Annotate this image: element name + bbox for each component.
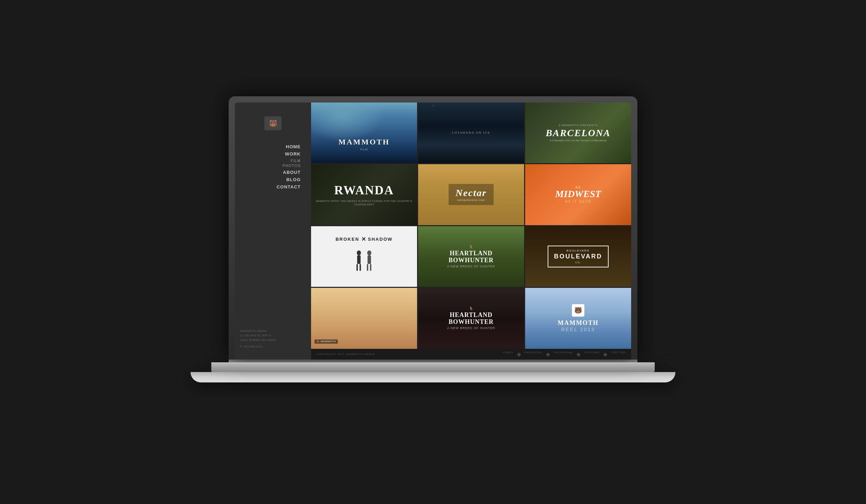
laptop-screen-outer: 🐻 HOME WORK FILM PHOTOS ABOUT BLOG CONTA… [229, 96, 637, 360]
bear-icon2: 🐻 [574, 307, 582, 314]
rwanda-sub: MAMMOTH SPENT TWO WEEKS IN AFRICA FILMIN… [315, 200, 414, 206]
svg-rect-6 [367, 264, 368, 271]
svg-rect-3 [360, 264, 361, 271]
portfolio-grid: MAMMOTH FILM LOTAWANA ON ICE A MAMMOTH [311, 103, 631, 349]
silhouette [336, 248, 393, 277]
nav-menu: HOME WORK FILM PHOTOS ABOUT BLOG CONTACT [235, 144, 311, 324]
nav-sub-group: FILM PHOTOS [283, 159, 301, 168]
laptop-hinge [229, 360, 637, 362]
social-sep2: ◆ [546, 351, 550, 357]
lotawana-title: LOTAWANA ON ICE [452, 131, 490, 134]
nectar-sub: nectarbreeze.com [456, 198, 487, 202]
rwanda-title: RWANDA [315, 183, 414, 197]
shadow-title: SHADOW [368, 237, 392, 242]
logo-box[interactable]: 🐻 [264, 116, 282, 130]
mammoth-reel-title: MAMMOTH [558, 319, 599, 327]
grid-item-mammoth-mountain[interactable]: MAMMOTH FILM [311, 103, 417, 163]
boulevard-title: BOULEVARD [554, 253, 602, 260]
grid-item-barcelona[interactable]: A MAMMOTH PRESENTS BARCELONA A Cinematic… [525, 103, 631, 163]
laptop-screen-bezel: 🐻 HOME WORK FILM PHOTOS ABOUT BLOG CONTA… [235, 103, 631, 360]
social-sep3: ◆ [576, 351, 581, 357]
website: 🐻 HOME WORK FILM PHOTOS ABOUT BLOG CONTA… [235, 103, 631, 360]
svg-rect-5 [368, 255, 371, 264]
social-instagram[interactable]: INSTAGRAM [554, 351, 573, 357]
svg-rect-7 [370, 264, 371, 271]
grid-item-mammoth-reel[interactable]: 🐻 MAMMOTH REEL 2013 [525, 288, 631, 349]
deer-icon: 🦌 [447, 245, 495, 249]
grid-item-lotawana[interactable]: LOTAWANA ON ICE [418, 103, 524, 163]
footer-copyright: COPYRIGHT 2017 MAMMOTH MEDIA [317, 353, 374, 356]
nav-film[interactable]: FILM [291, 159, 301, 163]
camera-dot [432, 105, 434, 107]
broken-shadow-icon: ✕ [361, 236, 366, 242]
grid-item-boulevard1[interactable]: BOULEVARD BOULEVARD CO. [525, 226, 631, 287]
mammoth-mountain-sub: FILM [338, 148, 390, 151]
grid-item-broken-shadow[interactable]: BROKEN ✕ SHADOW [311, 226, 417, 287]
svg-point-4 [367, 250, 371, 255]
grid-item-nectar[interactable]: Nectar nectarbreeze.com [418, 164, 524, 225]
grid-item-heartland1[interactable]: 🦌 HEARTLANDBOWHUNTER A NEW BREED OF HUNT… [418, 226, 524, 287]
boulevard-co: CO. [554, 261, 602, 264]
mammoth-reel-logo: 🐻 [572, 304, 584, 317]
main-content: MAMMOTH FILM LOTAWANA ON ICE A MAMMOTH [311, 103, 631, 360]
midwest-sub: AS IT GETS [555, 200, 601, 203]
barcelona-sub: A Cinematic Film for the Tourism of Barc… [546, 139, 611, 142]
company-phone: P: 816.600.4132 [240, 345, 306, 349]
broken-shadow-title: BROKEN [336, 237, 359, 242]
mammoth-reel-year: REEL 2013 [558, 327, 599, 332]
grid-item-heartland2[interactable]: 🦌 HEARTLANDBOWHUNTER A NEW BREED OF HUNT… [418, 288, 524, 349]
logo-area: 🐻 [235, 109, 311, 144]
svg-rect-1 [357, 255, 361, 264]
boulevard-pre: BOULEVARD [554, 249, 602, 252]
bear-icon: 🐻 [269, 119, 277, 127]
sidebar: 🐻 HOME WORK FILM PHOTOS ABOUT BLOG CONTA… [235, 103, 311, 360]
mammoth-mountain-title: MAMMOTH [338, 138, 390, 147]
company-city: LEES SUMMIT MO 64063 [240, 338, 306, 343]
svg-point-0 [357, 250, 361, 255]
social-sep1: ◆ [517, 351, 521, 357]
company-name: MAMMOTH MEDIA [240, 329, 306, 334]
midwest-title: Midwest [555, 189, 601, 199]
laptop-base [211, 362, 655, 372]
laptop-foot [191, 372, 675, 382]
nav-work[interactable]: WORK [285, 151, 301, 157]
grid-item-rwanda[interactable]: RWANDA MAMMOTH SPENT TWO WEEKS IN AFRICA… [311, 164, 417, 225]
heartland1-sub: A NEW BREED OF HUNTER [447, 265, 495, 268]
heartland1-title: HEARTLANDBOWHUNTER [447, 250, 495, 264]
boulevard-box: BOULEVARD BOULEVARD CO. [548, 246, 609, 267]
footer-bar: COPYRIGHT 2017 MAMMOTH MEDIA VIMEO ◆ FAC… [311, 349, 631, 360]
footer-social: VIMEO ◆ FACEBOOK ◆ INSTAGRAM ◆ YOUTUBE ◆… [503, 351, 626, 357]
mammoth-person-logo: 🐻 MAMMOTH [315, 339, 338, 344]
grid-item-midwest[interactable]: as Midwest AS IT GETS [525, 164, 631, 225]
company-street: 11 SW 3RD ST, APT A [240, 334, 306, 338]
social-facebook[interactable]: FACEBOOK [524, 351, 542, 357]
nav-contact[interactable]: CONTACT [276, 184, 301, 189]
barcelona-pre: A MAMMOTH PRESENTS [546, 124, 611, 127]
social-vimeo[interactable]: VIMEO [503, 351, 513, 357]
heartland2-title: HEARTLANDBOWHUNTER [447, 312, 495, 326]
deer-icon2: 🦌 [447, 307, 495, 310]
social-twitter[interactable]: TWITTER [611, 351, 626, 357]
mammoth-person-label: 🐻 MAMMOTH [315, 339, 338, 344]
svg-rect-2 [356, 264, 358, 271]
social-youtube[interactable]: YOUTUBE [584, 351, 600, 357]
heartland2-sub: A NEW BREED OF HUNTER [447, 326, 495, 330]
nectar-title: Nectar [456, 187, 487, 198]
nav-photos[interactable]: PHOTOS [283, 163, 301, 168]
nav-blog[interactable]: BLOG [286, 177, 301, 182]
nav-about[interactable]: ABOUT [283, 170, 301, 175]
grid-item-mammoth-person[interactable]: 🐻 MAMMOTH [311, 288, 417, 349]
laptop-wrapper: 🐻 HOME WORK FILM PHOTOS ABOUT BLOG CONTA… [191, 96, 675, 408]
barcelona-title: BARCELONA [546, 128, 611, 138]
social-sep4: ◆ [603, 351, 607, 357]
sidebar-footer: MAMMOTH MEDIA 11 SW 3RD ST, APT A LEES S… [235, 324, 311, 352]
nav-home[interactable]: HOME [286, 144, 301, 149]
